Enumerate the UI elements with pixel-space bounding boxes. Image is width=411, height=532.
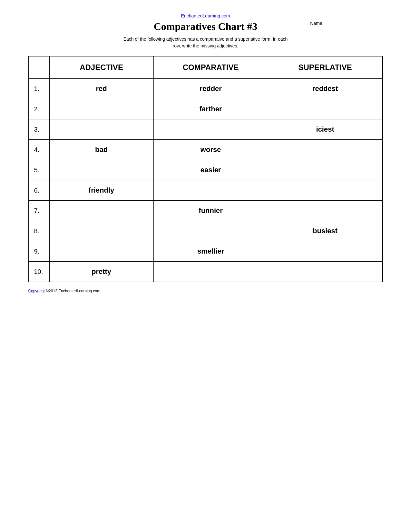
- row-number: 5.: [29, 160, 50, 180]
- page-container: EnchantedLearning.com Comparatives Chart…: [28, 13, 383, 293]
- subtitle: Each of the following adjectives has a c…: [28, 36, 383, 49]
- comparative-cell: [153, 180, 268, 201]
- table-row: 6.friendly: [29, 180, 383, 201]
- row-number: 8.: [29, 221, 50, 241]
- col-header-superlative: SUPERLATIVE: [268, 56, 382, 79]
- comparative-cell: [153, 221, 268, 241]
- subtitle-line1: Each of the following adjectives has a c…: [123, 36, 288, 42]
- superlative-cell: [268, 262, 382, 282]
- comparative-cell: redder: [153, 79, 268, 99]
- table-header-row: ADJECTIVE COMPARATIVE SUPERLATIVE: [29, 56, 383, 79]
- adjective-cell: bad: [49, 140, 153, 160]
- row-number: 1.: [29, 79, 50, 99]
- superlative-cell: [268, 180, 382, 201]
- col-header-comparative: COMPARATIVE: [153, 56, 268, 79]
- top-section: Comparatives Chart #3 Name: [28, 21, 383, 33]
- table-row: 9.smellier: [29, 241, 383, 262]
- comparative-cell: farther: [153, 99, 268, 119]
- footer-copyright-link[interactable]: Copyright: [28, 289, 45, 293]
- name-underline[interactable]: [325, 21, 383, 26]
- row-number: 3.: [29, 119, 50, 140]
- footer-year-site: ©2012 EnchantedLearning.com: [46, 289, 100, 293]
- row-number: 4.: [29, 140, 50, 160]
- superlative-cell: [268, 241, 382, 262]
- adjective-cell: [49, 119, 153, 140]
- adjectives-table: ADJECTIVE COMPARATIVE SUPERLATIVE 1.redr…: [28, 56, 383, 282]
- name-label: Name: [310, 21, 322, 26]
- table-row: 1.redredderreddest: [29, 79, 383, 99]
- table-row: 4.badworse: [29, 140, 383, 160]
- col-header-adjective: ADJECTIVE: [49, 56, 153, 79]
- site-link[interactable]: EnchantedLearning.com: [28, 13, 383, 19]
- adjective-cell: red: [49, 79, 153, 99]
- row-number: 2.: [29, 99, 50, 119]
- table-row: 2.farther: [29, 99, 383, 119]
- superlative-cell: [268, 140, 382, 160]
- superlative-cell: busiest: [268, 221, 382, 241]
- superlative-cell: [268, 160, 382, 180]
- comparative-cell: funnier: [153, 201, 268, 221]
- adjective-cell: [49, 241, 153, 262]
- superlative-cell: iciest: [268, 119, 382, 140]
- site-url[interactable]: EnchantedLearning.com: [181, 13, 230, 18]
- table-row: 7.funnier: [29, 201, 383, 221]
- adjective-cell: pretty: [49, 262, 153, 282]
- comparative-cell: [153, 119, 268, 140]
- table-row: 3.iciest: [29, 119, 383, 140]
- name-field-container: Name: [310, 21, 383, 26]
- col-header-num: [29, 56, 50, 79]
- row-number: 7.: [29, 201, 50, 221]
- row-number: 9.: [29, 241, 50, 262]
- comparative-cell: smellier: [153, 241, 268, 262]
- superlative-cell: [268, 99, 382, 119]
- subtitle-line2: row, write the missing adjectives.: [173, 43, 239, 48]
- row-number: 6.: [29, 180, 50, 201]
- adjective-cell: [49, 221, 153, 241]
- comparative-cell: easier: [153, 160, 268, 180]
- table-row: 5.easier: [29, 160, 383, 180]
- table-row: 10.pretty: [29, 262, 383, 282]
- comparative-cell: [153, 262, 268, 282]
- footer: Copyright ©2012 EnchantedLearning.com: [28, 289, 383, 293]
- adjective-cell: [49, 99, 153, 119]
- superlative-cell: [268, 201, 382, 221]
- adjective-cell: friendly: [49, 180, 153, 201]
- comparative-cell: worse: [153, 140, 268, 160]
- table-row: 8.busiest: [29, 221, 383, 241]
- row-number: 10.: [29, 262, 50, 282]
- adjective-cell: [49, 160, 153, 180]
- adjective-cell: [49, 201, 153, 221]
- superlative-cell: reddest: [268, 79, 382, 99]
